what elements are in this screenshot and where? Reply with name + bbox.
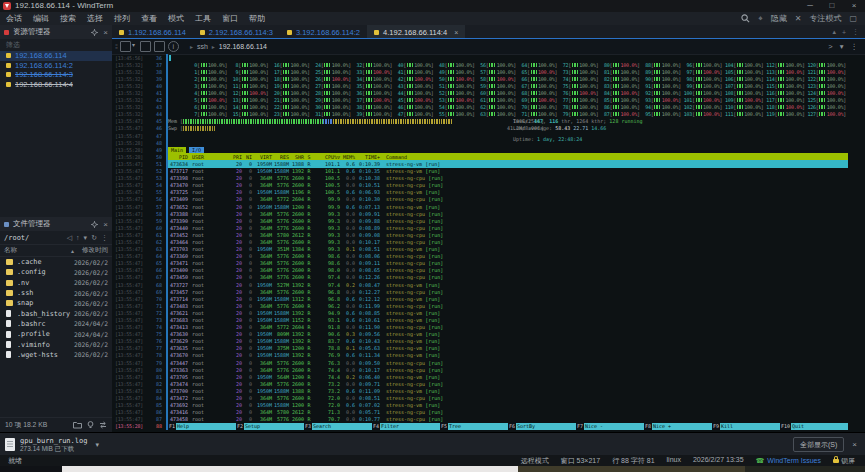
file-row[interactable]: .bashrc2024/04/2 bbox=[0, 319, 112, 329]
process-row[interactable]: 473400root200364M57762600R98.00.00:08.65… bbox=[168, 267, 848, 274]
process-row[interactable]: 473630root2001950M809M1392R90.60.30:09.5… bbox=[168, 331, 848, 338]
process-row[interactable]: 473634root2001950M1588M1388R101.10.60:10… bbox=[168, 160, 848, 167]
search-icon[interactable] bbox=[741, 14, 750, 23]
collapse-icon[interactable]: ◁ bbox=[67, 234, 72, 242]
process-row[interactable]: 473483root200364M57762600R96.20.00:11.99… bbox=[168, 302, 848, 309]
column-header[interactable]: NI bbox=[242, 154, 252, 160]
process-row[interactable]: 473363root200364M57762600R74.40.00:10.17… bbox=[168, 366, 848, 373]
menu-item[interactable]: 工具 bbox=[195, 12, 211, 25]
dropdown-caret-icon[interactable]: ▾ bbox=[84, 234, 88, 242]
process-row[interactable]: 473390root200364M57762600R99.30.00:09.88… bbox=[168, 217, 848, 224]
transfer-icon[interactable] bbox=[99, 421, 107, 429]
process-row[interactable]: 473450root200364M57762600R97.40.00:12.26… bbox=[168, 274, 848, 281]
htop-tab-io[interactable]: I/O bbox=[189, 147, 204, 153]
process-row[interactable]: 473440root200364M57762600R99.30.00:08.89… bbox=[168, 224, 848, 231]
scroll-tabs-icon[interactable]: ▴ bbox=[832, 28, 836, 36]
close-button[interactable]: × bbox=[843, 0, 865, 12]
file-row[interactable]: .viminfo2026/02/2 bbox=[0, 339, 112, 349]
explorer-settings-icon[interactable] bbox=[91, 29, 98, 36]
fkey-f5[interactable]: F5Tree bbox=[440, 423, 508, 430]
session-item[interactable]: 192.168.66.114:4 bbox=[0, 80, 112, 90]
process-row[interactable]: 473416root200364M57802612R71.30.00:05.71… bbox=[168, 409, 848, 416]
process-row[interactable]: 473725root2001950M1588M1196R100.50.60:06… bbox=[168, 189, 848, 196]
process-row[interactable]: 473458root200364M57762600R70.70.00:10.77… bbox=[168, 416, 848, 423]
breadcrumb-host[interactable]: 192.168.66.114 bbox=[219, 43, 267, 50]
terminal-tab[interactable]: 1.192.168.66.114 bbox=[112, 25, 193, 39]
file-row[interactable]: .cache2026/02/2 bbox=[0, 257, 112, 267]
menu-item[interactable]: 选择 bbox=[87, 12, 103, 25]
menu-item[interactable]: 窗口 bbox=[222, 12, 238, 25]
column-header[interactable]: PID bbox=[168, 154, 188, 160]
tab-menu-icon[interactable]: ⋮ bbox=[852, 28, 859, 36]
process-row[interactable]: 473398root200364M57762600R100.50.00:10.3… bbox=[168, 175, 848, 182]
pin-icon[interactable]: ⌖ bbox=[758, 14, 763, 24]
column-header[interactable]: CPU%▽ bbox=[314, 154, 340, 160]
file-row[interactable]: .ssh2026/02/2 bbox=[0, 288, 112, 298]
process-row[interactable]: 473714root2001950M1588M1312R96.80.60:12.… bbox=[168, 295, 848, 302]
split-horizontal-icon[interactable] bbox=[140, 41, 151, 52]
fkey-f3[interactable]: F3Search bbox=[304, 423, 372, 430]
show-all-button[interactable]: 全部显示(S) bbox=[793, 437, 844, 452]
fkey-f10[interactable]: F10Quit bbox=[780, 423, 848, 430]
process-row[interactable]: 473692root2001950M1588M1200R72.00.60:07.… bbox=[168, 402, 848, 409]
explorer-close-icon[interactable]: × bbox=[103, 28, 108, 37]
menu-item[interactable]: 排列 bbox=[114, 12, 130, 25]
column-header[interactable]: SHR bbox=[289, 154, 304, 160]
menu-item[interactable]: 搜索 bbox=[60, 12, 76, 25]
split-vertical-icon[interactable] bbox=[154, 41, 165, 52]
fkey-f6[interactable]: F6SortBy bbox=[508, 423, 576, 430]
layout-icon[interactable]: ▢ bbox=[849, 14, 857, 23]
terminal-tab[interactable]: 4.192.168.66.114:4× bbox=[367, 25, 465, 39]
session-info-icon[interactable]: i bbox=[168, 41, 179, 52]
file-row[interactable]: .bash_history2026/02/2 bbox=[0, 308, 112, 318]
file-row[interactable]: .config2026/02/2 bbox=[0, 267, 112, 277]
fkey-f9[interactable]: F9Kill bbox=[712, 423, 780, 430]
htop-tab-main[interactable]: Main bbox=[168, 147, 186, 153]
send-icon[interactable]: > bbox=[828, 42, 832, 51]
column-header[interactable]: Command bbox=[380, 154, 848, 160]
column-name[interactable]: 名称 bbox=[4, 246, 71, 255]
column-header[interactable]: S bbox=[304, 154, 314, 160]
fkey-f4[interactable]: F4Filter bbox=[372, 423, 440, 430]
process-row[interactable]: 473629root2001950M1588M1392R83.70.60:10.… bbox=[168, 338, 848, 345]
collapse-toolbar-icon[interactable]: ▾ bbox=[840, 42, 844, 51]
minimize-button[interactable]: ─ bbox=[799, 0, 821, 12]
breadcrumb-protocol[interactable]: ssh bbox=[197, 43, 208, 50]
terminal-tab[interactable]: 2.192.168.66.114:3 bbox=[193, 25, 280, 39]
file-row[interactable]: snap2026/02/2 bbox=[0, 298, 112, 308]
process-row[interactable]: 473621root2001950M1588M1392R94.90.60:08.… bbox=[168, 309, 848, 316]
fkey-f2[interactable]: F2Setup bbox=[236, 423, 304, 430]
process-row[interactable]: 473457root200364M57762600R96.80.00:12.27… bbox=[168, 288, 848, 295]
column-header[interactable]: TIME+ bbox=[355, 154, 380, 160]
file-manager-settings-icon[interactable] bbox=[91, 221, 98, 228]
process-row[interactable]: 473447root200364M57762600R76.30.00:09.50… bbox=[168, 359, 848, 366]
file-row[interactable]: .profile2024/04/2 bbox=[0, 329, 112, 339]
up-directory-icon[interactable]: ↑ bbox=[76, 234, 80, 241]
fkey-f1[interactable]: F1Help bbox=[168, 423, 236, 430]
process-row[interactable]: 473470root200364M57762600R100.50.00:10.5… bbox=[168, 182, 848, 189]
shelf-close-icon[interactable]: × bbox=[852, 440, 857, 449]
process-row[interactable]: 473474root200364M57762600R73.20.00:09.71… bbox=[168, 380, 848, 387]
process-row[interactable]: 473670root2001950M1588M1392R76.90.60:11.… bbox=[168, 352, 848, 359]
file-row[interactable]: .wget-hsts2026/02/2 bbox=[0, 350, 112, 360]
column-header[interactable]: MEM% bbox=[340, 154, 355, 160]
download-item[interactable]: gpu_burn_run.log 273.14 MiB 已下载 ▾ bbox=[5, 437, 99, 453]
process-row[interactable]: 473464root200364M57762600R99.30.00:10.17… bbox=[168, 238, 848, 245]
column-modified[interactable]: 修改时间 bbox=[82, 246, 108, 255]
process-row[interactable]: 473652root2001950M1588M1200R99.90.60:07.… bbox=[168, 203, 848, 210]
process-row[interactable]: 473700root2001950M1588M1388R73.20.60:11.… bbox=[168, 387, 848, 394]
process-row[interactable]: 473703root2001950M351M1384R99.30.10:08.5… bbox=[168, 246, 848, 253]
process-row[interactable]: 473472root200364M57762600R72.00.00:08.51… bbox=[168, 395, 848, 402]
menu-item[interactable]: 会话 bbox=[6, 12, 22, 25]
process-row[interactable]: 473360root200364M57762600R98.60.00:08.06… bbox=[168, 253, 848, 260]
session-item[interactable]: 192.168.66.114:3 bbox=[0, 70, 112, 80]
process-row[interactable]: 473683root2001950M1588M1152R93.10.60:10.… bbox=[168, 316, 848, 323]
column-header[interactable]: RES bbox=[272, 154, 289, 160]
menu-item[interactable]: 编辑 bbox=[33, 12, 49, 25]
fkey-f7[interactable]: F7Nice - bbox=[576, 423, 644, 430]
lock-button[interactable]: 锁屏 bbox=[833, 456, 855, 466]
hide-button[interactable]: 隐藏 bbox=[771, 13, 787, 24]
folder-icon[interactable] bbox=[73, 421, 82, 429]
session-item[interactable]: 192.168.66.114 bbox=[0, 51, 112, 61]
process-row[interactable]: 473727root2001950M527M1392R97.40.20:08.4… bbox=[168, 281, 848, 288]
